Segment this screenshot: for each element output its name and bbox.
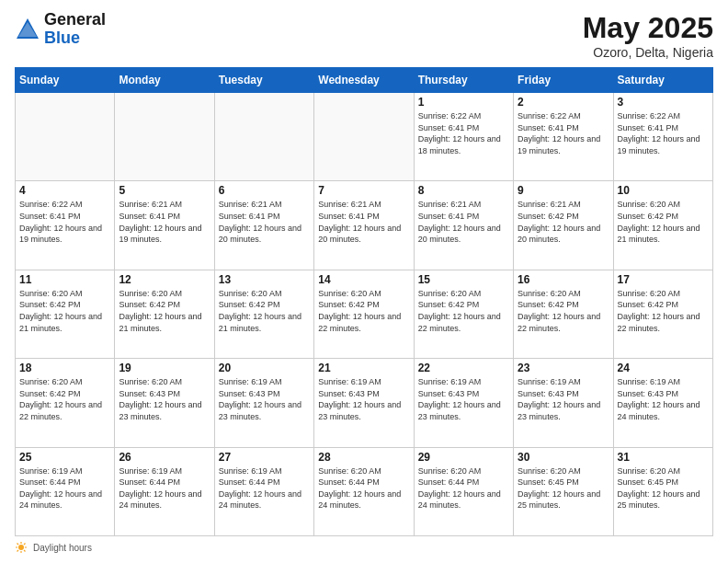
day-info: Sunrise: 6:22 AM Sunset: 6:41 PM Dayligh…	[518, 110, 609, 156]
logo: General Blue	[15, 11, 106, 48]
calendar-cell-3: 3Sunrise: 6:22 AM Sunset: 6:41 PM Daylig…	[613, 93, 712, 181]
calendar-cell-26: 26Sunrise: 6:19 AM Sunset: 6:44 PM Dayli…	[115, 447, 214, 535]
day-number: 4	[19, 184, 110, 197]
day-number: 15	[418, 273, 509, 286]
day-number: 14	[318, 273, 409, 286]
calendar-cell-22: 22Sunrise: 6:19 AM Sunset: 6:43 PM Dayli…	[414, 359, 513, 447]
day-number: 27	[219, 451, 310, 464]
calendar-cell-empty	[16, 93, 115, 181]
svg-line-8	[24, 550, 26, 552]
day-info: Sunrise: 6:20 AM Sunset: 6:42 PM Dayligh…	[318, 288, 409, 334]
day-info: Sunrise: 6:21 AM Sunset: 6:41 PM Dayligh…	[418, 199, 509, 245]
weekday-header-monday: Monday	[115, 68, 214, 93]
weekday-header-thursday: Thursday	[414, 68, 513, 93]
calendar-cell-4: 4Sunrise: 6:22 AM Sunset: 6:41 PM Daylig…	[16, 181, 115, 270]
day-number: 31	[618, 451, 709, 464]
day-info: Sunrise: 6:22 AM Sunset: 6:41 PM Dayligh…	[418, 110, 509, 156]
calendar-cell-14: 14Sunrise: 6:20 AM Sunset: 6:42 PM Dayli…	[314, 270, 414, 358]
calendar-cell-7: 7Sunrise: 6:21 AM Sunset: 6:41 PM Daylig…	[314, 181, 414, 270]
footer-note: Daylight hours	[15, 541, 713, 554]
calendar-cell-13: 13Sunrise: 6:20 AM Sunset: 6:42 PM Dayli…	[214, 270, 313, 358]
day-info: Sunrise: 6:20 AM Sunset: 6:44 PM Dayligh…	[418, 465, 509, 511]
day-number: 24	[618, 362, 709, 374]
week-row-5: 25Sunrise: 6:19 AM Sunset: 6:44 PM Dayli…	[16, 447, 713, 535]
weekday-header-wednesday: Wednesday	[314, 68, 414, 93]
day-info: Sunrise: 6:19 AM Sunset: 6:43 PM Dayligh…	[518, 376, 609, 422]
calendar-cell-21: 21Sunrise: 6:19 AM Sunset: 6:43 PM Dayli…	[314, 359, 414, 447]
weekday-header-sunday: Sunday	[16, 68, 115, 93]
day-number: 12	[119, 273, 210, 286]
logo-text: General Blue	[44, 11, 106, 48]
day-number: 6	[219, 184, 310, 197]
day-info: Sunrise: 6:21 AM Sunset: 6:41 PM Dayligh…	[219, 199, 310, 245]
calendar-cell-28: 28Sunrise: 6:20 AM Sunset: 6:44 PM Dayli…	[314, 447, 414, 535]
location: Ozoro, Delta, Nigeria	[583, 45, 713, 60]
weekday-header-friday: Friday	[514, 68, 613, 93]
day-number: 30	[518, 451, 609, 464]
calendar-cell-24: 24Sunrise: 6:19 AM Sunset: 6:43 PM Dayli…	[613, 359, 712, 447]
page: General Blue May 2025 Ozoro, Delta, Nige…	[0, 0, 728, 563]
day-info: Sunrise: 6:20 AM Sunset: 6:42 PM Dayligh…	[219, 288, 310, 334]
day-info: Sunrise: 6:20 AM Sunset: 6:45 PM Dayligh…	[618, 465, 709, 511]
calendar-cell-19: 19Sunrise: 6:20 AM Sunset: 6:43 PM Dayli…	[115, 359, 214, 447]
week-row-2: 4Sunrise: 6:22 AM Sunset: 6:41 PM Daylig…	[16, 181, 713, 270]
day-info: Sunrise: 6:21 AM Sunset: 6:41 PM Dayligh…	[318, 199, 409, 245]
day-number: 28	[318, 451, 409, 464]
day-info: Sunrise: 6:19 AM Sunset: 6:44 PM Dayligh…	[219, 465, 310, 511]
day-info: Sunrise: 6:19 AM Sunset: 6:44 PM Dayligh…	[19, 465, 110, 511]
day-info: Sunrise: 6:20 AM Sunset: 6:42 PM Dayligh…	[518, 288, 609, 334]
svg-line-10	[17, 550, 19, 552]
weekday-header-saturday: Saturday	[613, 68, 712, 93]
calendar-cell-1: 1Sunrise: 6:22 AM Sunset: 6:41 PM Daylig…	[414, 93, 513, 181]
week-row-3: 11Sunrise: 6:20 AM Sunset: 6:42 PM Dayli…	[16, 270, 713, 358]
title-area: May 2025 Ozoro, Delta, Nigeria	[583, 11, 713, 60]
daylight-label: Daylight hours	[33, 543, 92, 553]
calendar-cell-25: 25Sunrise: 6:19 AM Sunset: 6:44 PM Dayli…	[16, 447, 115, 535]
svg-point-2	[18, 545, 24, 550]
day-number: 10	[618, 184, 709, 197]
day-info: Sunrise: 6:19 AM Sunset: 6:43 PM Dayligh…	[618, 376, 709, 422]
day-info: Sunrise: 6:20 AM Sunset: 6:43 PM Dayligh…	[119, 376, 210, 422]
calendar-cell-11: 11Sunrise: 6:20 AM Sunset: 6:42 PM Dayli…	[16, 270, 115, 358]
calendar-cell-empty	[214, 93, 313, 181]
calendar-cell-17: 17Sunrise: 6:20 AM Sunset: 6:42 PM Dayli…	[613, 270, 712, 358]
day-info: Sunrise: 6:20 AM Sunset: 6:42 PM Dayligh…	[19, 288, 110, 334]
svg-line-7	[17, 544, 19, 546]
calendar-cell-23: 23Sunrise: 6:19 AM Sunset: 6:43 PM Dayli…	[514, 359, 613, 447]
day-number: 29	[418, 451, 509, 464]
day-number: 9	[518, 184, 609, 197]
day-number: 19	[119, 362, 210, 374]
logo-icon	[15, 17, 40, 42]
weekday-header-tuesday: Tuesday	[214, 68, 313, 93]
month-title: May 2025	[583, 11, 713, 45]
day-info: Sunrise: 6:22 AM Sunset: 6:41 PM Dayligh…	[19, 199, 110, 245]
calendar-cell-20: 20Sunrise: 6:19 AM Sunset: 6:43 PM Dayli…	[214, 359, 313, 447]
day-info: Sunrise: 6:20 AM Sunset: 6:42 PM Dayligh…	[618, 288, 709, 334]
day-info: Sunrise: 6:20 AM Sunset: 6:42 PM Dayligh…	[119, 288, 210, 334]
day-number: 8	[418, 184, 509, 197]
day-number: 22	[418, 362, 509, 374]
weekday-header-row: SundayMondayTuesdayWednesdayThursdayFrid…	[16, 68, 713, 93]
sun-icon	[15, 541, 28, 554]
day-number: 21	[318, 362, 409, 374]
day-info: Sunrise: 6:20 AM Sunset: 6:42 PM Dayligh…	[418, 288, 509, 334]
week-row-1: 1Sunrise: 6:22 AM Sunset: 6:41 PM Daylig…	[16, 93, 713, 181]
day-info: Sunrise: 6:19 AM Sunset: 6:44 PM Dayligh…	[119, 465, 210, 511]
calendar-cell-29: 29Sunrise: 6:20 AM Sunset: 6:44 PM Dayli…	[414, 447, 513, 535]
day-info: Sunrise: 6:19 AM Sunset: 6:43 PM Dayligh…	[219, 376, 310, 422]
calendar-cell-12: 12Sunrise: 6:20 AM Sunset: 6:42 PM Dayli…	[115, 270, 214, 358]
day-number: 13	[219, 273, 310, 286]
day-number: 7	[318, 184, 409, 197]
logo-blue: Blue	[44, 29, 80, 47]
calendar-cell-10: 10Sunrise: 6:20 AM Sunset: 6:42 PM Dayli…	[613, 181, 712, 270]
week-row-4: 18Sunrise: 6:20 AM Sunset: 6:42 PM Dayli…	[16, 359, 713, 447]
calendar-table: SundayMondayTuesdayWednesdayThursdayFrid…	[15, 67, 713, 536]
day-info: Sunrise: 6:20 AM Sunset: 6:44 PM Dayligh…	[318, 465, 409, 511]
calendar-cell-18: 18Sunrise: 6:20 AM Sunset: 6:42 PM Dayli…	[16, 359, 115, 447]
calendar-cell-9: 9Sunrise: 6:21 AM Sunset: 6:42 PM Daylig…	[514, 181, 613, 270]
calendar-cell-empty	[314, 93, 414, 181]
calendar-cell-6: 6Sunrise: 6:21 AM Sunset: 6:41 PM Daylig…	[214, 181, 313, 270]
day-info: Sunrise: 6:22 AM Sunset: 6:41 PM Dayligh…	[618, 110, 709, 156]
calendar-cell-16: 16Sunrise: 6:20 AM Sunset: 6:42 PM Dayli…	[514, 270, 613, 358]
calendar-cell-8: 8Sunrise: 6:21 AM Sunset: 6:41 PM Daylig…	[414, 181, 513, 270]
